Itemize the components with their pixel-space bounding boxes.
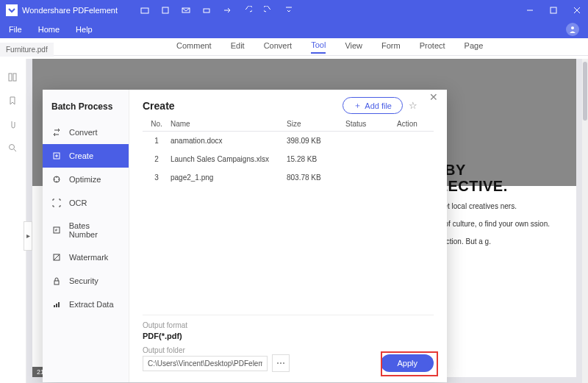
titlebar: Wondershare PDFelement xyxy=(0,0,588,21)
svg-line-36 xyxy=(54,254,60,260)
modal-main: ✕ Create ＋ Add file ☆ No. Name Size Stat… xyxy=(129,90,447,382)
plus-icon: ＋ xyxy=(354,100,362,111)
table-body: 1 anamation.docx 398.09 KB 2 Launch Sale… xyxy=(143,132,434,310)
create-icon xyxy=(51,151,62,161)
svg-rect-40 xyxy=(58,302,60,307)
convert-icon xyxy=(51,127,62,137)
sidebar-item-create[interactable]: Create xyxy=(43,144,129,168)
col-name: Name xyxy=(171,120,287,128)
close-button[interactable] xyxy=(572,5,582,15)
modal-title: Batch Process xyxy=(43,99,129,121)
ocr-icon xyxy=(51,198,62,208)
svg-rect-0 xyxy=(141,8,148,13)
output-section: Output format PDF(*.pdf) Output folder ⋯… xyxy=(143,315,434,372)
svg-rect-38 xyxy=(54,305,55,307)
redo-icon[interactable] xyxy=(263,5,273,15)
svg-rect-5 xyxy=(551,7,556,13)
output-folder-input[interactable] xyxy=(143,356,268,371)
apply-button[interactable]: Apply xyxy=(381,354,434,372)
sidebar-item-optimize[interactable]: Optimize xyxy=(43,168,129,191)
svg-rect-3 xyxy=(204,9,209,12)
mail-icon[interactable] xyxy=(181,5,191,15)
undo-icon[interactable] xyxy=(243,5,253,15)
modal-sidebar: Batch Process Convert Create Optimize OC… xyxy=(43,90,129,382)
modal-close-button[interactable]: ✕ xyxy=(429,91,438,103)
col-action: Action xyxy=(397,120,434,128)
print-icon[interactable] xyxy=(201,5,212,15)
app-logo-icon xyxy=(6,4,18,16)
optimize-icon xyxy=(51,174,62,185)
share-icon[interactable] xyxy=(222,5,232,15)
modal-header: Create xyxy=(143,100,175,112)
svg-text:#: # xyxy=(55,228,57,232)
save-icon[interactable] xyxy=(160,5,171,15)
table-header: No. Name Size Status Action xyxy=(143,120,434,132)
svg-rect-37 xyxy=(54,281,59,284)
sidebar-item-extract-data[interactable]: Extract Data xyxy=(43,293,129,316)
sidebar-item-convert[interactable]: Convert xyxy=(43,121,129,144)
svg-point-8 xyxy=(571,26,574,29)
batch-process-modal: Batch Process Convert Create Optimize OC… xyxy=(43,90,447,382)
output-format-value: PDF(*.pdf) xyxy=(143,332,434,340)
menu-file[interactable]: File xyxy=(9,25,22,34)
sidebar-item-security[interactable]: Security xyxy=(43,269,129,293)
watermark-icon xyxy=(51,252,62,262)
menu-help[interactable]: Help xyxy=(76,25,93,34)
browse-folder-button[interactable]: ⋯ xyxy=(272,354,290,372)
table-row[interactable]: 2 Launch Sales Campaigns.xlsx 15.28 KB xyxy=(143,150,434,168)
minimize-button[interactable] xyxy=(525,5,535,15)
col-size: Size xyxy=(287,120,345,128)
sidebar-item-bates-number[interactable]: # Bates Number xyxy=(43,215,129,246)
lock-icon xyxy=(51,276,62,286)
col-no: No. xyxy=(143,120,171,128)
svg-rect-39 xyxy=(56,304,57,307)
col-status: Status xyxy=(345,120,397,128)
output-folder-label: Output folder xyxy=(143,346,434,354)
app-title: Wondershare PDFelement xyxy=(22,6,118,15)
user-avatar-icon[interactable] xyxy=(566,23,579,36)
qat-dropdown-icon[interactable] xyxy=(284,5,294,15)
maximize-button[interactable] xyxy=(548,5,559,15)
window-controls xyxy=(525,5,582,15)
table-row[interactable]: 1 anamation.docx 398.09 KB xyxy=(143,132,434,150)
menu-home[interactable]: Home xyxy=(38,25,60,34)
extract-icon xyxy=(51,299,62,309)
open-icon[interactable] xyxy=(140,5,150,15)
menubar: File Home Help xyxy=(0,21,588,38)
bates-icon: # xyxy=(51,225,62,235)
table-row[interactable]: 3 page2_1.png 803.78 KB xyxy=(143,168,434,187)
svg-rect-1 xyxy=(162,7,168,13)
sidebar-item-watermark[interactable]: Watermark xyxy=(43,246,129,269)
add-file-button[interactable]: ＋ Add file xyxy=(343,97,403,114)
modal-backdrop: Batch Process Convert Create Optimize OC… xyxy=(0,43,588,383)
quick-access-toolbar xyxy=(140,5,294,15)
favorite-button[interactable]: ☆ xyxy=(409,100,417,111)
output-format-label: Output format xyxy=(143,321,434,329)
sidebar-item-ocr[interactable]: OCR xyxy=(43,191,129,215)
